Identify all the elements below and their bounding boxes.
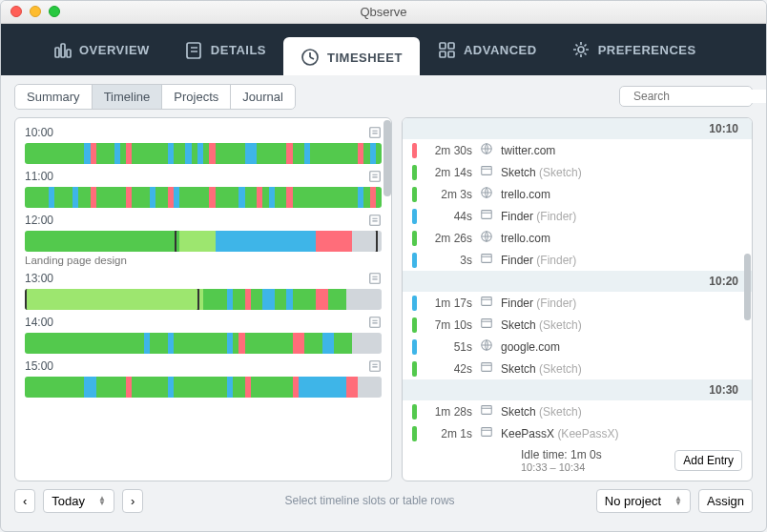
svg-rect-35 (482, 167, 492, 175)
duration: 2m 3s (425, 188, 472, 201)
zoom-icon[interactable] (49, 6, 60, 17)
entry-name: Finder (Finder) (501, 254, 576, 267)
tab-preferences[interactable]: PREFERENCES (554, 24, 714, 75)
hour-block[interactable]: 10:00 (15, 122, 391, 166)
note-icon[interactable] (368, 126, 382, 139)
subtab-summary[interactable]: Summary (15, 85, 93, 109)
date-label: Today (52, 494, 85, 508)
grid-icon (437, 40, 456, 59)
category-dot (412, 165, 417, 180)
add-entry-button[interactable]: Add Entry (674, 450, 742, 471)
note-icon[interactable] (368, 272, 382, 285)
timeline-slot[interactable] (376, 333, 382, 354)
svg-rect-28 (370, 317, 381, 328)
clock-icon (301, 48, 320, 67)
globe-icon (480, 142, 493, 158)
note-icon[interactable] (368, 214, 382, 227)
project-selector[interactable]: No project ▲▼ (596, 489, 691, 513)
time-header: 10:20 (403, 271, 752, 292)
tab-timesheet[interactable]: TIMESHEET (283, 37, 420, 75)
duration: 44s (425, 210, 472, 223)
entry-row[interactable]: 51s google.com (403, 336, 752, 358)
entry-row[interactable]: 2m 3s trello.com (403, 183, 752, 205)
hour-block[interactable]: 11:00 (15, 166, 391, 210)
entry-name: Finder (Finder) (501, 297, 576, 310)
entries-list[interactable]: 10:10 2m 30s twitter.com 2m 14s Sketch (… (403, 118, 752, 481)
category-dot (412, 339, 417, 355)
minimize-icon[interactable] (30, 6, 41, 17)
subtab-projects[interactable]: Projects (162, 85, 231, 109)
entry-row[interactable]: 3s Finder (Finder) (403, 249, 752, 271)
svg-rect-48 (482, 363, 492, 372)
hour-block[interactable]: 12:00 Landing page design (15, 210, 391, 268)
tab-overview[interactable]: OVERVIEW (35, 24, 167, 75)
hour-block[interactable]: 15:00 (15, 356, 391, 399)
note-icon[interactable] (368, 170, 382, 183)
svg-rect-41 (482, 255, 492, 263)
duration: 2m 30s (425, 144, 472, 157)
window-icon (480, 360, 493, 377)
timeline-slot[interactable] (376, 143, 382, 164)
entry-row[interactable]: 42s Sketch (Sketch) (403, 358, 752, 379)
entry-row[interactable]: 7m 10s Sketch (Sketch) (403, 314, 752, 336)
tab-label: TIMESHEET (327, 51, 403, 65)
window-icon (480, 480, 493, 481)
search-box[interactable] (619, 86, 753, 107)
hour-block[interactable]: 14:00 (15, 312, 391, 356)
close-icon[interactable] (10, 6, 22, 17)
entry-row[interactable]: 1m 17s Finder (Finder) (403, 292, 752, 314)
duration: 1m 28s (425, 405, 472, 419)
stepper-icon[interactable]: ▲▼ (98, 496, 106, 505)
svg-rect-2 (67, 50, 71, 57)
timeline-slot[interactable] (376, 187, 382, 208)
window-controls (10, 6, 60, 17)
subtab-journal[interactable]: Journal (231, 85, 295, 109)
timeline-slot[interactable] (376, 377, 382, 398)
tab-label: DETAILS (211, 43, 266, 57)
hour-label: 15:00 (25, 359, 53, 373)
category-dot (412, 143, 417, 158)
entry-name: Sketch (Sketch) (501, 318, 582, 332)
entry-row[interactable]: 2m 30s twitter.com (403, 139, 752, 161)
timeline-slot[interactable] (376, 289, 382, 310)
svg-rect-11 (440, 51, 446, 57)
tab-details[interactable]: DETAILS (167, 24, 283, 75)
hour-label: 13:00 (25, 272, 53, 285)
assign-button[interactable]: Assign (698, 489, 753, 513)
folder-icon (480, 252, 493, 268)
hour-block[interactable]: 13:00 (15, 268, 391, 312)
window-icon (480, 403, 493, 419)
category-dot (412, 404, 417, 419)
idle-text: Idle time: 1m 0s (521, 448, 602, 461)
scrollbar[interactable] (384, 120, 391, 196)
search-input[interactable] (633, 90, 767, 103)
duration: 2m 26s (425, 232, 472, 245)
note-icon[interactable] (368, 359, 382, 373)
entry-row[interactable]: 2m 1s KeePassX (KeePassX) (403, 422, 752, 444)
category-dot (412, 317, 417, 333)
tab-label: ADVANCED (464, 43, 537, 57)
prev-day-button[interactable]: ‹ (14, 489, 35, 513)
timeline-pane: 10:00 11:00 12:00 Landing page design13:… (14, 117, 392, 481)
entry-row[interactable]: 1m 28s Sketch (Sketch) (403, 400, 752, 422)
entry-name: google.com (501, 340, 560, 354)
timeline-list[interactable]: 10:00 11:00 12:00 Landing page design13:… (15, 118, 391, 481)
svg-rect-52 (482, 428, 492, 437)
idle-range: 10:33 – 10:34 (521, 461, 602, 473)
duration: 3s (425, 254, 472, 267)
entry-row[interactable]: 44s Finder (Finder) (403, 205, 752, 227)
scrollbar[interactable] (744, 254, 751, 320)
entry-row[interactable]: 2m 14s Sketch (Sketch) (403, 161, 752, 183)
category-dot (412, 231, 417, 246)
globe-icon (480, 338, 493, 355)
bottom-bar: ‹ Today ▲▼ › Select timeline slots or ta… (1, 481, 766, 520)
entry-row[interactable]: 2m 26s trello.com (403, 227, 752, 249)
stepper-icon[interactable]: ▲▼ (674, 496, 682, 505)
date-selector[interactable]: Today ▲▼ (43, 489, 114, 513)
subtab-timeline[interactable]: Timeline (93, 85, 163, 109)
next-day-button[interactable]: › (122, 489, 143, 513)
entry-row[interactable]: 1s Sketch (Sketch) (403, 477, 752, 481)
tab-advanced[interactable]: ADVANCED (420, 24, 554, 75)
idle-row: Idle time: 1m 0s10:33 – 10:34 Add Entry (403, 444, 752, 477)
note-icon[interactable] (368, 316, 382, 329)
